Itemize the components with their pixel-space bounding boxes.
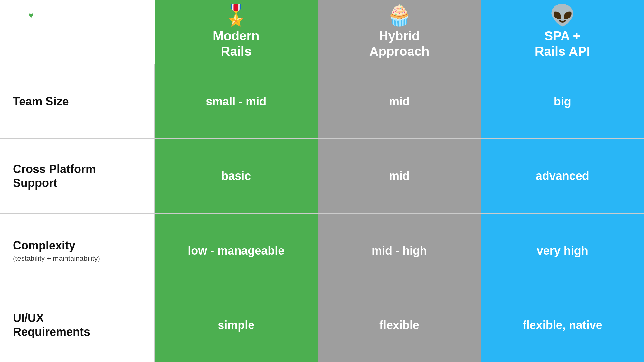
- cell-uiux-spa: flexible, native: [481, 288, 644, 362]
- value-complexity-spa: very high: [537, 244, 588, 258]
- label-uiux-text: UI/UXRequirements: [13, 311, 141, 339]
- label-team-size: Team Size: [0, 64, 155, 138]
- cell-cross-platform-spa: advanced: [481, 139, 644, 213]
- col-title-spa: SPA +Rails API: [535, 28, 590, 59]
- alien-icon: 👽: [550, 5, 575, 25]
- value-complexity-modern-rails: low - manageable: [188, 244, 284, 258]
- value-team-size-hybrid: mid: [389, 94, 410, 108]
- label-cross-platform: Cross PlatformSupport: [0, 139, 155, 213]
- col-header-spa: 👽 SPA +Rails API: [481, 0, 644, 64]
- value-uiux-hybrid: flexible: [379, 318, 419, 332]
- value-cross-platform-hybrid: mid: [389, 169, 410, 183]
- value-team-size-spa: big: [554, 94, 571, 108]
- value-uiux-modern-rails: simple: [218, 318, 254, 332]
- row-uiux: UI/UXRequirements simple flexible flexib…: [0, 288, 644, 362]
- label-complexity-text: Complexity: [13, 239, 141, 252]
- col-header-modern-rails: 🎖️ ModernRails: [155, 0, 318, 64]
- value-uiux-spa: flexible, native: [523, 318, 602, 332]
- cell-team-size-spa: big: [481, 64, 644, 138]
- cell-cross-platform-modern-rails: basic: [155, 139, 318, 213]
- cell-complexity-spa: very high: [481, 214, 644, 288]
- label-complexity-sub: (testability + maintainability): [13, 254, 141, 263]
- medal-icon: 🎖️: [223, 5, 249, 25]
- row-team-size: Team Size small - mid mid big: [0, 64, 644, 139]
- col-title-hybrid: HybridApproach: [369, 28, 430, 59]
- cupcake-icon: 🧁: [386, 5, 412, 25]
- row-complexity: Complexity (testability + maintainabilit…: [0, 214, 644, 288]
- label-team-size-text: Team Size: [13, 94, 141, 108]
- value-cross-platform-spa: advanced: [536, 169, 589, 183]
- cell-uiux-hybrid: flexible: [318, 288, 481, 362]
- value-cross-platform-modern-rails: basic: [221, 169, 251, 183]
- label-uiux: UI/UXRequirements: [0, 288, 155, 362]
- cell-team-size-hybrid: mid: [318, 64, 481, 138]
- row-cross-platform: Cross PlatformSupport basic mid advanced: [0, 139, 644, 213]
- cell-uiux-modern-rails: simple: [155, 288, 318, 362]
- page-container: ♥ 🎖️ ModernRails 🧁 HybridApproach 👽 SPA …: [0, 0, 644, 362]
- comparison-table: 🎖️ ModernRails 🧁 HybridApproach 👽 SPA +R…: [0, 0, 644, 362]
- value-team-size-modern-rails: small - mid: [206, 94, 266, 108]
- label-cross-platform-text: Cross PlatformSupport: [13, 162, 141, 190]
- label-col-header: [0, 0, 155, 64]
- cell-complexity-modern-rails: low - manageable: [155, 214, 318, 288]
- header-row: 🎖️ ModernRails 🧁 HybridApproach 👽 SPA +R…: [0, 0, 644, 64]
- col-title-modern-rails: ModernRails: [213, 28, 259, 59]
- label-complexity: Complexity (testability + maintainabilit…: [0, 214, 155, 288]
- heart-icon: ♥: [28, 10, 34, 21]
- cell-cross-platform-hybrid: mid: [318, 139, 481, 213]
- cell-team-size-modern-rails: small - mid: [155, 64, 318, 138]
- col-header-hybrid: 🧁 HybridApproach: [318, 0, 481, 64]
- value-complexity-hybrid: mid - high: [372, 244, 427, 258]
- cell-complexity-hybrid: mid - high: [318, 214, 481, 288]
